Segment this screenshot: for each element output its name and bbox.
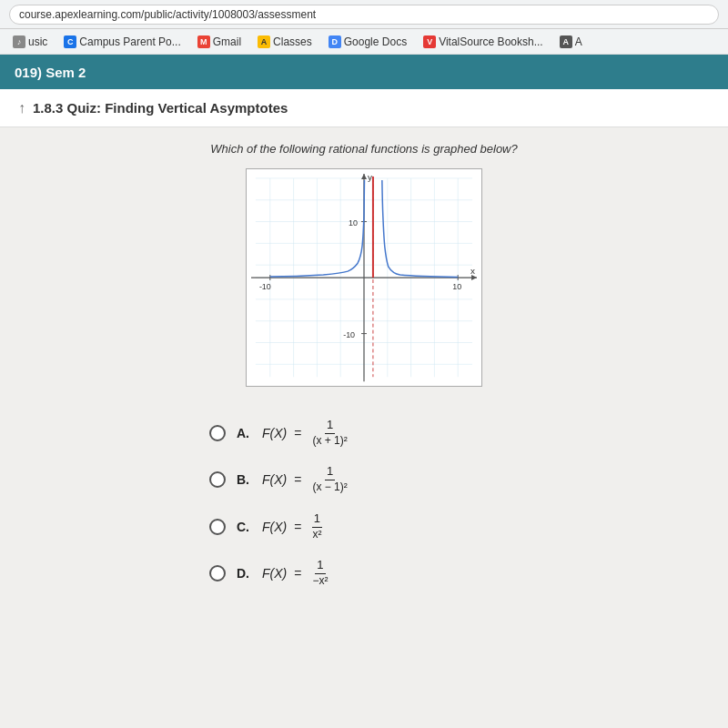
- radio-a[interactable]: [209, 425, 226, 441]
- campus-icon: C: [64, 35, 76, 48]
- classes-icon: A: [258, 35, 270, 48]
- denom-c: x²: [310, 528, 323, 542]
- numer-b: 1: [325, 464, 335, 480]
- music-icon: ♪: [13, 35, 25, 48]
- bookmark-campus[interactable]: C Campus Parent Po...: [58, 34, 186, 50]
- bookmark-a-icon: A: [560, 35, 572, 48]
- equals-d: =: [294, 566, 301, 581]
- denom-a: (x + 1)²: [310, 434, 349, 449]
- equals-b: =: [294, 472, 301, 487]
- numer-a: 1: [325, 418, 335, 434]
- browser-bar: course.apexlearning.com/public/activity/…: [0, 0, 728, 29]
- numer-c: 1: [312, 511, 322, 528]
- bookmark-classes-label: Classes: [273, 35, 312, 48]
- fx-label-d: F(X): [262, 566, 287, 581]
- fraction-c: 1 x²: [310, 511, 323, 541]
- fraction-b: 1 (x − 1)²: [310, 464, 349, 494]
- vital-icon: V: [423, 35, 436, 48]
- choice-row-a: A. F(X) = 1 (x + 1)²: [209, 418, 519, 448]
- fraction-d: 1 −x²: [310, 558, 329, 588]
- quiz-header: ↑ 1.8.3 Quiz: Finding Vertical Asymptote…: [0, 89, 728, 127]
- choice-label-c: C.: [237, 520, 251, 534]
- bookmark-a[interactable]: A A: [554, 34, 588, 50]
- svg-text:10: 10: [349, 218, 358, 228]
- bookmark-gmail-label: Gmail: [213, 35, 241, 48]
- radio-c[interactable]: [209, 519, 226, 535]
- numer-d: 1: [315, 558, 325, 574]
- choice-row-d: D. F(X) = 1 −x²: [209, 558, 519, 588]
- formula-d: F(X) = 1 −x²: [262, 558, 331, 588]
- choices-container: A. F(X) = 1 (x + 1)² B. F(X) = 1 (x − 1)…: [15, 409, 713, 598]
- choice-row-b: B. F(X) = 1 (x − 1)²: [209, 464, 519, 494]
- quiz-title: 1.8.3 Quiz: Finding Vertical Asymptotes: [33, 100, 288, 116]
- apex-header-label: 019) Sem 2: [15, 65, 86, 80]
- bookmark-gdocs[interactable]: D Google Docs: [323, 34, 412, 50]
- equals-c: =: [294, 520, 301, 534]
- choice-label-b: B.: [237, 472, 251, 487]
- bookmark-campus-label: Campus Parent Po...: [79, 35, 180, 48]
- main-content: Which of the following rational function…: [0, 127, 728, 728]
- choice-row-c: C. F(X) = 1 x²: [209, 511, 519, 541]
- graph-container: x y -10 10 10 -10: [246, 168, 482, 387]
- bookmark-gmail[interactable]: M Gmail: [192, 34, 247, 50]
- bookmark-gdocs-label: Google Docs: [344, 35, 407, 48]
- equals-a: =: [294, 426, 301, 440]
- formula-b: F(X) = 1 (x − 1)²: [262, 464, 351, 494]
- svg-text:y: y: [368, 172, 372, 182]
- svg-text:x: x: [470, 266, 475, 276]
- bookmarks-bar: ♪ usic C Campus Parent Po... M Gmail A C…: [0, 29, 728, 55]
- denom-b: (x − 1)²: [310, 480, 349, 495]
- formula-c: F(X) = 1 x²: [262, 511, 325, 541]
- choice-label-a: A.: [237, 426, 251, 440]
- bookmark-music[interactable]: ♪ usic: [7, 34, 53, 50]
- fraction-a: 1 (x + 1)²: [310, 418, 349, 448]
- bookmark-vital[interactable]: V VitalSource Booksh...: [418, 34, 549, 50]
- fx-label-a: F(X): [262, 426, 287, 440]
- gmail-icon: M: [197, 35, 210, 48]
- radio-d[interactable]: [209, 565, 226, 581]
- svg-text:-10: -10: [343, 330, 355, 339]
- denom-d: −x²: [310, 574, 329, 589]
- graph-svg: x y -10 10 10 -10: [247, 169, 481, 386]
- apex-header: 019) Sem 2: [0, 55, 728, 89]
- bookmark-music-label: usic: [28, 35, 47, 48]
- bookmark-classes[interactable]: A Classes: [252, 34, 318, 50]
- question-text: Which of the following rational function…: [15, 142, 713, 156]
- bookmark-a-label: A: [575, 35, 582, 48]
- bookmark-vital-label: VitalSource Booksh...: [439, 35, 543, 48]
- gdocs-icon: D: [329, 35, 341, 48]
- svg-text:10: 10: [452, 282, 461, 291]
- radio-b[interactable]: [209, 471, 226, 488]
- svg-text:-10: -10: [259, 282, 271, 291]
- fx-label-c: F(X): [262, 520, 287, 534]
- formula-a: F(X) = 1 (x + 1)²: [262, 418, 351, 448]
- url-bar[interactable]: course.apexlearning.com/public/activity/…: [9, 5, 719, 25]
- fx-label-b: F(X): [262, 472, 287, 487]
- upload-icon: ↑: [18, 100, 25, 116]
- choice-label-d: D.: [237, 566, 251, 581]
